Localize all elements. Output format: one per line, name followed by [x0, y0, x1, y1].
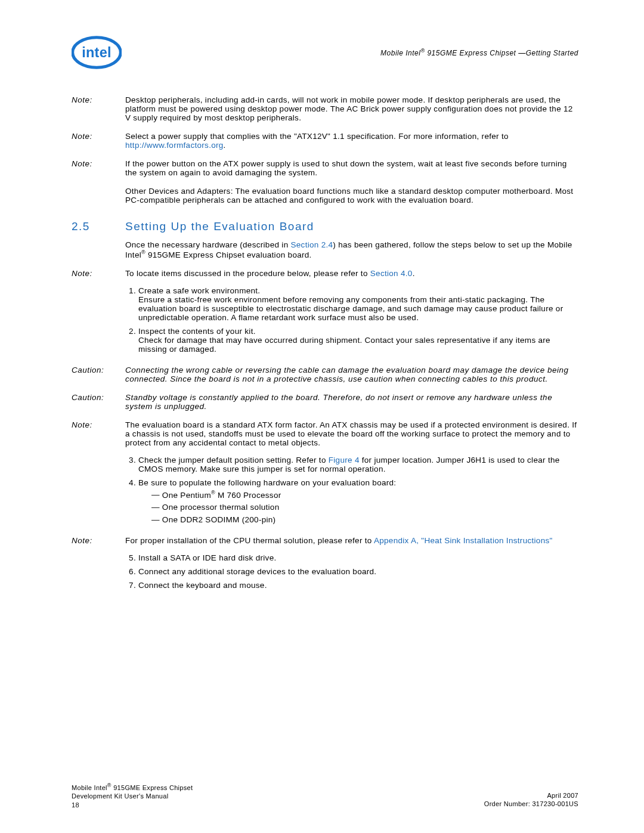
item-text: M 760 Processor [215, 490, 281, 499]
page-header: intel Mobile Intel® 915GME Express Chips… [72, 36, 578, 69]
list-item: Be sure to populate the following hardwa… [138, 478, 578, 525]
step-title: Create a safe work environment. [138, 286, 260, 295]
intro-paragraph: Once the necessary hardware (described i… [72, 240, 578, 259]
header-doc-title: Mobile Intel® 915GME Express Chipset —Ge… [380, 48, 578, 57]
note-block: Note: The evaluation board is a standard… [72, 420, 578, 447]
note-block: Note: Desktop peripherals, including add… [72, 95, 578, 122]
paragraph-block: Other Devices and Adapters: The evaluati… [72, 187, 578, 205]
steps-container: Check the jumper default position settin… [72, 453, 578, 531]
item-text: One Pentium [162, 490, 211, 499]
footer-text: Mobile Intel [72, 784, 107, 791]
note-text: To locate items discussed in the procedu… [125, 269, 370, 278]
list-item: Connect the keyboard and mouse. [138, 581, 578, 590]
caution-label: Caution: [72, 393, 125, 411]
empty-label [72, 240, 125, 259]
intel-logo: intel [72, 36, 122, 69]
note-text: . [224, 141, 226, 150]
section-number: 2.5 [72, 220, 125, 233]
section-heading: 2.5 Setting Up the Evaluation Board [72, 220, 578, 233]
note-label: Note: [72, 420, 125, 447]
registered-mark: ® [211, 490, 215, 496]
caution-body: Standby voltage is constantly applied to… [125, 393, 578, 411]
note-text: Select a power supply that complies with… [125, 132, 509, 141]
step-title: Inspect the contents of your kit. [138, 327, 256, 336]
footer-text: Development Kit User's Manual [72, 792, 168, 800]
list-item: Create a safe work environment. Ensure a… [138, 286, 578, 322]
steps-container: Install a SATA or IDE hard disk drive. C… [72, 551, 578, 596]
page: intel Mobile Intel® 915GME Express Chips… [0, 0, 644, 833]
step-text: Check the jumper default position settin… [138, 456, 329, 465]
empty-label [72, 284, 125, 360]
section-4-0-link[interactable]: Section 4.0 [370, 269, 413, 278]
page-footer: Mobile Intel® 915GME Express Chipset Dev… [72, 782, 578, 809]
registered-mark: ® [107, 782, 112, 788]
caution-block: Caution: Standby voltage is constantly a… [72, 393, 578, 411]
note-text: For proper installation of the CPU therm… [125, 536, 374, 545]
note-label: Note: [72, 132, 125, 150]
note-body: Desktop peripherals, including add-in ca… [125, 95, 578, 122]
note-block: Note: Select a power supply that complie… [72, 132, 578, 150]
steps-body: Check the jumper default position settin… [125, 453, 578, 531]
note-label: Note: [72, 95, 125, 122]
list-item: One processor thermal solution [151, 503, 578, 512]
note-body: If the power button on the ATX power sup… [125, 159, 578, 177]
footer-text: 915GME Express Chipset [112, 784, 193, 791]
svg-text:intel: intel [82, 45, 112, 60]
intro-body: Once the necessary hardware (described i… [125, 240, 578, 259]
note-label: Note: [72, 269, 125, 278]
page-number: 18 [72, 801, 79, 809]
caution-body: Connecting the wrong cable or reversing … [125, 366, 578, 383]
intro-text: Once the necessary hardware (described i… [125, 240, 290, 249]
note-body: Select a power supply that complies with… [125, 132, 578, 150]
empty-label [72, 187, 125, 205]
order-number: Order Number: 317230-001US [484, 800, 578, 807]
empty-label [72, 453, 125, 531]
ordered-list: Install a SATA or IDE hard disk drive. C… [125, 553, 578, 590]
steps-body: Create a safe work environment. Ensure a… [125, 284, 578, 360]
list-item: Install a SATA or IDE hard disk drive. [138, 553, 578, 562]
note-label: Note: [72, 536, 125, 545]
list-item: One DDR2 SODIMM (200-pin) [151, 515, 578, 524]
note-block: Note: To locate items discussed in the p… [72, 269, 578, 278]
list-item: One Pentium® M 760 Processor [151, 490, 578, 500]
step-text: Be sure to populate the following hardwa… [138, 478, 396, 487]
step-body: Check for damage that may have occurred … [138, 336, 550, 354]
list-item: Inspect the contents of your kit. Check … [138, 327, 578, 354]
footer-right: April 2007 Order Number: 317230-001US [484, 782, 578, 809]
appendix-a-link[interactable]: Appendix A, "Heat Sink Installation Inst… [374, 536, 553, 545]
list-item: Connect any additional storage devices t… [138, 567, 578, 576]
footer-date: April 2007 [547, 792, 578, 799]
section-2-4-link[interactable]: Section 2.4 [290, 240, 333, 249]
sub-list: One Pentium® M 760 Processor One process… [138, 490, 578, 525]
formfactors-link[interactable]: http://www.formfactors.org [125, 141, 224, 150]
figure-4-link[interactable]: Figure 4 [329, 456, 360, 465]
section-title: Setting Up the Evaluation Board [125, 220, 314, 233]
ordered-list: Create a safe work environment. Ensure a… [125, 286, 578, 354]
empty-label [72, 551, 125, 596]
note-block: Note: If the power button on the ATX pow… [72, 159, 578, 177]
registered-mark: ® [141, 249, 145, 255]
steps-body: Install a SATA or IDE hard disk drive. C… [125, 551, 578, 596]
paragraph-body: Other Devices and Adapters: The evaluati… [125, 187, 578, 205]
note-body: For proper installation of the CPU therm… [125, 536, 578, 545]
list-item: Check the jumper default position settin… [138, 456, 578, 473]
note-text: . [413, 269, 415, 278]
registered-mark: ® [420, 48, 425, 54]
caution-block: Caution: Connecting the wrong cable or r… [72, 366, 578, 383]
footer-left: Mobile Intel® 915GME Express Chipset Dev… [72, 782, 193, 809]
caution-label: Caution: [72, 366, 125, 383]
ordered-list: Check the jumper default position settin… [125, 456, 578, 525]
note-body: The evaluation board is a standard ATX f… [125, 420, 578, 447]
intro-text: 915GME Express Chipset evaluation board. [145, 250, 312, 259]
note-label: Note: [72, 159, 125, 177]
header-text-a: Mobile Intel [380, 49, 420, 57]
steps-container: Create a safe work environment. Ensure a… [72, 284, 578, 360]
note-block: Note: For proper installation of the CPU… [72, 536, 578, 545]
step-body: Ensure a static-free work environment be… [138, 295, 563, 322]
note-body: To locate items discussed in the procedu… [125, 269, 578, 278]
header-text-b: 915GME Express Chipset —Getting Started [425, 49, 578, 57]
